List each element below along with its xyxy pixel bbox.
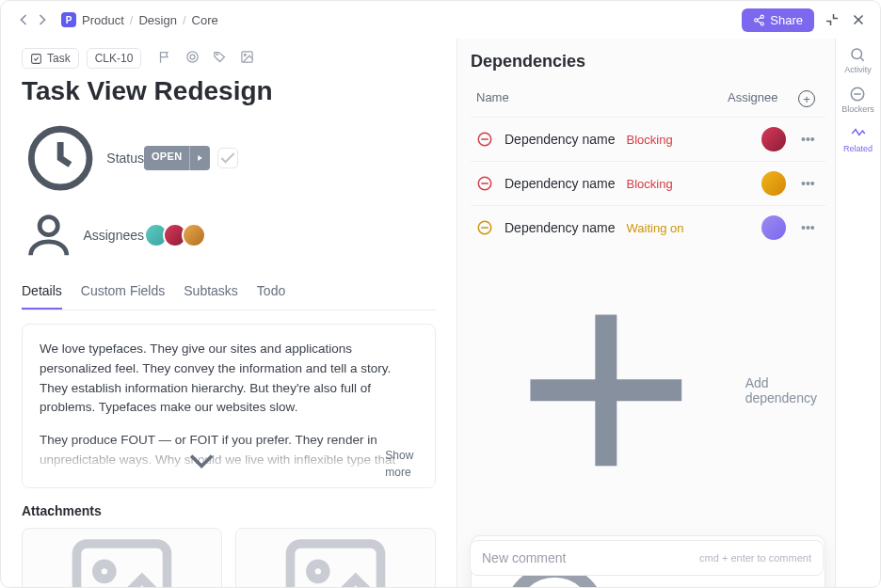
task-id: CLK-10 [95, 52, 134, 65]
dependency-name: Dependency name [505, 220, 616, 235]
comment-input[interactable]: New comment cmd + enter to comment [470, 540, 824, 576]
avatar[interactable] [761, 171, 786, 196]
svg-marker-14 [199, 155, 203, 161]
status-label: Status [106, 151, 144, 166]
tab-todo[interactable]: Todo [257, 274, 285, 310]
dependency-row[interactable]: Dependency name Blocking ••• [471, 161, 825, 205]
row-more-icon[interactable]: ••• [801, 132, 820, 147]
svg-rect-16 [77, 544, 168, 587]
comment-placeholder: New comment [482, 550, 566, 565]
waiting-icon [476, 219, 493, 236]
description-paragraph: We love typefaces. They give our sites a… [40, 340, 418, 419]
task-type-chip[interactable]: Task [22, 48, 79, 69]
svg-line-31 [861, 57, 864, 60]
activity-icon [849, 46, 866, 63]
svg-point-30 [852, 49, 862, 59]
assignees-icon [22, 208, 75, 262]
svg-line-4 [758, 21, 761, 23]
show-more-label: Show more [385, 447, 435, 482]
svg-rect-18 [291, 544, 381, 587]
add-column-button[interactable]: + [798, 90, 815, 107]
add-dependency-button[interactable]: Add dependency [471, 249, 825, 532]
task-id-chip[interactable]: CLK-10 [87, 48, 142, 69]
attachments-heading: Attachments [22, 503, 436, 518]
crumb-page[interactable]: Core [192, 13, 218, 27]
dependencies-heading: Dependencies [471, 52, 825, 72]
assignees-label: Assignees [83, 228, 144, 243]
image-icon [23, 529, 221, 587]
attachment-placeholder[interactable] [22, 528, 222, 587]
avatar[interactable] [761, 127, 786, 151]
svg-point-9 [190, 55, 195, 59]
nav-forward-button[interactable] [33, 10, 52, 29]
project-badge: P [61, 12, 76, 27]
dependency-row[interactable]: Dependency name Blocking ••• [471, 117, 825, 161]
avatar[interactable] [182, 223, 206, 247]
assignee-avatars[interactable] [144, 223, 206, 247]
svg-point-17 [97, 564, 112, 579]
tag-icon[interactable] [213, 50, 227, 67]
dependency-tag: Blocking [627, 177, 673, 191]
status-icon [22, 119, 99, 197]
dependency-name: Dependency name [505, 132, 616, 147]
tab-subtasks[interactable]: Subtasks [184, 274, 238, 310]
avatar[interactable] [761, 215, 786, 240]
row-more-icon[interactable]: ••• [801, 176, 820, 191]
svg-point-19 [311, 564, 326, 579]
image-icon[interactable] [240, 50, 254, 67]
svg-point-1 [755, 18, 758, 21]
add-dependency-label: Add dependency [745, 375, 820, 405]
svg-point-2 [761, 22, 763, 24]
plus-icon [476, 261, 736, 520]
dependency-name: Dependency name [505, 176, 616, 191]
status-value[interactable]: OPEN [144, 146, 189, 170]
svg-point-8 [187, 52, 198, 62]
blocking-icon [476, 175, 493, 192]
svg-point-12 [245, 54, 247, 56]
tab-custom-fields[interactable]: Custom Fields [81, 274, 165, 310]
crumb-project[interactable]: Product [82, 13, 124, 27]
task-title[interactable]: Task View Redesign [22, 76, 436, 106]
column-assignee: Assignee [728, 90, 793, 107]
breadcrumb: P Product / Design / Core [61, 12, 218, 27]
nav-back-button[interactable] [14, 10, 33, 29]
tab-details[interactable]: Details [22, 274, 62, 310]
svg-point-15 [40, 217, 57, 235]
status-next-button[interactable] [189, 146, 210, 170]
target-icon[interactable] [185, 50, 200, 67]
dependency-row[interactable]: Dependency name Waiting on ••• [471, 205, 825, 249]
task-type-label: Task [47, 52, 71, 65]
image-icon [236, 529, 435, 587]
svg-line-3 [758, 17, 761, 19]
sidebar-item-label: Activity [844, 65, 872, 74]
chevron-down-icon [23, 440, 380, 482]
column-name: Name [476, 90, 728, 107]
flag-icon[interactable] [158, 50, 172, 67]
sidebar-item-label: Related [843, 144, 873, 153]
comment-hint: cmd + enter to comment [699, 552, 811, 564]
share-label: Share [770, 13, 803, 27]
svg-point-0 [761, 15, 763, 18]
sidebar-item-activity[interactable]: Activity [844, 46, 872, 74]
blockers-icon [849, 86, 866, 103]
dependency-tag: Blocking [627, 133, 673, 147]
share-button[interactable]: Share [742, 8, 814, 32]
row-more-icon[interactable]: ••• [801, 220, 820, 235]
description-card[interactable]: We love typefaces. They give our sites a… [22, 324, 436, 488]
sidebar-item-related[interactable]: Related [843, 125, 873, 153]
dependency-tag: Waiting on [627, 221, 684, 235]
minimize-icon[interactable] [824, 11, 841, 28]
related-icon [850, 125, 867, 142]
close-icon[interactable] [850, 11, 867, 28]
blocking-icon [476, 131, 493, 148]
crumb-area[interactable]: Design [138, 13, 176, 27]
svg-point-10 [216, 54, 217, 55]
svg-rect-7 [32, 54, 41, 63]
sidebar-item-blockers[interactable]: Blockers [841, 86, 874, 114]
show-more-button[interactable]: Show more [23, 440, 435, 487]
sidebar-item-label: Blockers [841, 104, 874, 114]
attachment-placeholder[interactable] [235, 528, 436, 587]
complete-checkbox[interactable] [217, 148, 238, 168]
